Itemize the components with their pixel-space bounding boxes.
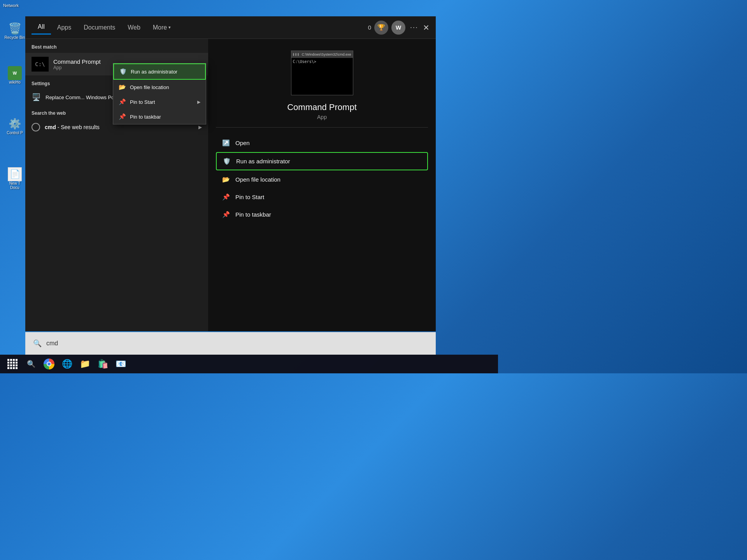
action-open-file-location[interactable]: 📂 Open file location xyxy=(216,171,428,188)
tab-documents[interactable]: Documents xyxy=(77,21,121,34)
user-avatar[interactable]: W xyxy=(391,21,405,35)
search-bar-query: cmd xyxy=(46,340,58,347)
settings-icon: 🖥️ xyxy=(32,93,41,102)
context-open-file[interactable]: 📂 Open file location xyxy=(113,80,206,94)
left-panel: Best match C:\ Command Prompt App 🛡️ Run… xyxy=(25,39,208,331)
action-pin-taskbar[interactable]: 📌 Pin to taskbar xyxy=(216,206,428,223)
desktop-icon-wikiho[interactable]: W wikiHo xyxy=(3,66,26,84)
submenu-arrow-icon: ▶ xyxy=(197,100,200,105)
app-subtitle: App xyxy=(53,65,101,70)
context-run-admin[interactable]: 🛡️ Run as administrator xyxy=(113,63,206,80)
web-search-arrow-icon: ▶ xyxy=(198,124,202,130)
search-panel: All Apps Documents Web More ▾ 0 🏆 W ··· … xyxy=(25,16,436,331)
run-admin-right-label: Run as administrator xyxy=(236,158,290,164)
desktop-icon-control-panel[interactable]: ⚙️ Control P xyxy=(3,117,26,135)
trophy-icon: 🏆 xyxy=(374,21,388,35)
open-file-location-label: Open file location xyxy=(235,176,281,183)
context-pin-taskbar[interactable]: 📌 Pin to taskbar xyxy=(113,109,206,124)
pin-taskbar-right-label: Pin to taskbar xyxy=(235,211,271,218)
pin-start-icon: 📌 xyxy=(119,98,126,105)
open-label: Open xyxy=(235,140,250,146)
search-circle-icon xyxy=(32,123,40,131)
taskbar: 🔍 🌐 📁 🛍️ 📧 xyxy=(0,355,498,373)
context-menu: 🛡️ Run as administrator 📂 Open file loca… xyxy=(113,63,206,124)
more-options-icon[interactable]: ··· xyxy=(410,23,418,32)
desktop-icon-new-text[interactable]: 📄 New T Docu xyxy=(3,167,26,190)
action-run-admin[interactable]: 🛡️ Run as administrator xyxy=(216,152,428,170)
best-match-label: Best match xyxy=(25,39,208,53)
tab-more[interactable]: More ▾ xyxy=(147,21,177,34)
context-pin-start[interactable]: 📌 Pin to Start ▶ xyxy=(113,94,206,109)
search-bar: 🔍 cmd xyxy=(25,332,436,355)
network-label: Network xyxy=(3,3,19,8)
taskbar-chrome-button[interactable] xyxy=(40,355,58,373)
right-app-name: Command Prompt xyxy=(287,102,357,112)
search-bar-icon: 🔍 xyxy=(33,339,42,348)
pin-start-right-label: Pin to Start xyxy=(235,194,264,200)
settings-text: Replace Comm... Windows Pow... xyxy=(46,94,122,100)
open-file-location-icon: 📂 xyxy=(222,176,230,183)
pin-taskbar-right-icon: 📌 xyxy=(222,211,230,218)
pin-taskbar-icon: 📌 xyxy=(119,113,126,120)
right-panel: C:\Windows\System32\cmd.exe C:\Users\> C… xyxy=(208,39,436,331)
open-file-icon: 📂 xyxy=(119,84,126,91)
action-open[interactable]: ↗️ Open xyxy=(216,135,428,151)
action-pin-start[interactable]: 📌 Pin to Start xyxy=(216,189,428,205)
right-app-type: App xyxy=(317,114,327,120)
tab-all[interactable]: All xyxy=(32,20,51,35)
taskbar-store-button[interactable]: 🛍️ xyxy=(94,355,111,373)
tab-bar: All Apps Documents Web More ▾ 0 🏆 W ··· … xyxy=(25,16,436,39)
app-title: Command Prompt xyxy=(53,58,101,65)
chevron-down-icon: ▾ xyxy=(168,25,171,30)
cmd-preview-screen: C:\Users\> xyxy=(291,58,353,95)
taskbar-outlook-button[interactable]: 📧 xyxy=(112,355,129,373)
cmd-icon: C:\ xyxy=(32,57,49,72)
desktop-icon-recycle-bin[interactable]: 🗑️ Recycle Bin xyxy=(3,21,26,40)
taskbar-explorer-button[interactable]: 📁 xyxy=(76,355,93,373)
run-admin-icon: 🛡️ xyxy=(119,68,127,75)
run-admin-right-icon: 🛡️ xyxy=(223,158,231,165)
start-button[interactable] xyxy=(3,355,22,373)
pin-start-right-icon: 📌 xyxy=(222,193,230,201)
tab-badge: 0 xyxy=(368,24,371,31)
taskbar-search-button[interactable]: 🔍 xyxy=(23,355,40,373)
web-search-text: cmd - See web results xyxy=(45,124,100,130)
tab-web[interactable]: Web xyxy=(121,21,147,34)
open-icon: ↗️ xyxy=(222,139,230,147)
close-icon[interactable]: ✕ xyxy=(423,23,430,32)
tab-apps[interactable]: Apps xyxy=(51,21,77,34)
taskbar-edge-button[interactable]: 🌐 xyxy=(58,355,75,373)
app-preview: C:\Windows\System32\cmd.exe C:\Users\> xyxy=(291,51,353,95)
divider xyxy=(216,127,428,128)
